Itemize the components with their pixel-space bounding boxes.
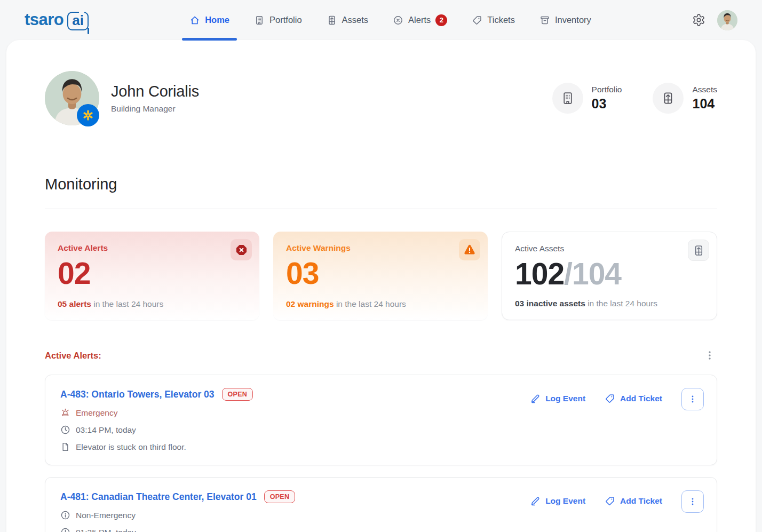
portfolio-icon	[254, 15, 265, 26]
brand-logo-text: tsaro	[25, 10, 64, 29]
profile-name: John Corialis	[111, 83, 199, 100]
summary-cards-row: Active Alerts 02 05 alerts in the last 2…	[45, 232, 717, 320]
nav-label: Tickets	[487, 15, 515, 25]
alert-kebab-menu-button[interactable]	[681, 388, 704, 410]
quick-stat-label: Portfolio	[592, 85, 622, 94]
alert-time-label: 03:14 PM, today	[76, 425, 136, 435]
alert-title-link[interactable]: A-483: Ontario Towers, Elevator 03	[60, 389, 215, 400]
brand-logo-ai-box: ai	[67, 12, 89, 30]
profile-role: Building Manager	[111, 104, 199, 114]
add-ticket-button[interactable]: Add Ticket	[605, 393, 662, 404]
nav-label: Inventory	[555, 15, 591, 25]
profile-header: John Corialis Building Manager	[45, 40, 717, 125]
profile-info: John Corialis Building Manager	[111, 83, 199, 114]
elevator-icon	[688, 240, 709, 261]
info-circle-icon	[60, 510, 70, 520]
active-alerts-section-head: Active Alerts:	[45, 348, 717, 363]
brand-logo-bracket	[67, 12, 89, 30]
document-icon	[60, 442, 70, 452]
alert-actions: Log Event Add Ticket	[530, 490, 704, 513]
settings-gear-icon[interactable]	[692, 13, 705, 27]
main-content-card: John Corialis Building Manager	[6, 40, 756, 532]
card-title: Active Assets	[515, 244, 704, 253]
user-avatar[interactable]	[717, 10, 737, 30]
log-event-button[interactable]: Log Event	[530, 393, 585, 404]
nav-item-alerts[interactable]: Alerts 2	[393, 14, 447, 26]
alerts-count-badge: 2	[435, 14, 447, 26]
nav-label: Portfolio	[269, 15, 302, 25]
alert-details: A-483: Ontario Towers, Elevator 03 OPEN …	[60, 388, 253, 452]
card-value: 02	[58, 258, 247, 289]
nav-item-inventory[interactable]: Inventory	[539, 14, 591, 26]
elevator-icon	[327, 15, 337, 26]
inventory-icon	[539, 15, 550, 26]
card-footer: 05 alerts in the last 24 hours	[58, 299, 163, 309]
brand-logo[interactable]: tsaro ai	[25, 10, 89, 30]
nav-item-assets[interactable]: Assets	[327, 14, 369, 26]
main-nav: Home Portfolio Assets	[89, 14, 692, 26]
top-navigation-bar: tsaro ai Home Portfolio	[0, 0, 762, 40]
home-icon	[189, 15, 200, 26]
alert-time: 01:35 PM, today	[60, 527, 295, 532]
alert-severity: Emergency	[60, 408, 253, 418]
alert-description: Elevator is stuck on third floor.	[60, 442, 253, 452]
alerts-icon	[393, 15, 403, 26]
octagon-x-icon	[231, 239, 252, 260]
quick-stat-value: 03	[592, 96, 622, 112]
alert-severity-label: Emergency	[76, 408, 117, 418]
alert-actions: Log Event Add Ticket	[530, 388, 704, 410]
section-kebab-menu-icon[interactable]	[702, 348, 717, 363]
section-divider	[45, 209, 717, 209]
ticket-tag-icon	[472, 15, 482, 26]
vertical-dots-icon	[688, 497, 697, 506]
card-footer: 03 inactive assets in the last 24 hours	[515, 299, 657, 308]
profile-avatar	[45, 71, 99, 125]
alert-card: A-483: Ontario Towers, Elevator 03 OPEN …	[45, 375, 717, 465]
quick-stats: Portfolio 03 Assets 104	[552, 83, 717, 114]
nav-item-home[interactable]: Home	[189, 14, 229, 26]
alert-description-label: Elevator is stuck on third floor.	[76, 442, 186, 452]
alert-time: 03:14 PM, today	[60, 425, 253, 435]
quick-stat-portfolio: Portfolio 03	[552, 83, 622, 114]
nav-label: Assets	[342, 15, 369, 25]
ticket-tag-icon	[605, 496, 615, 506]
building-icon	[552, 83, 583, 114]
nav-item-portfolio[interactable]: Portfolio	[254, 14, 302, 26]
log-event-button[interactable]: Log Event	[530, 496, 585, 506]
pencil-icon	[530, 496, 541, 506]
alert-card: A-481: Canadian Theatre Center, Elevator…	[45, 477, 717, 532]
card-value: 102/104	[515, 259, 704, 289]
quick-stat-label: Assets	[692, 85, 717, 94]
elevator-icon	[653, 83, 684, 114]
nav-item-tickets[interactable]: Tickets	[472, 14, 515, 26]
status-badge: OPEN	[264, 490, 296, 503]
warning-triangle-icon	[459, 239, 480, 260]
alert-title-row: A-483: Ontario Towers, Elevator 03 OPEN	[60, 388, 253, 401]
page-title: Monitoring	[45, 176, 717, 193]
card-title: Active Alerts	[58, 243, 247, 253]
ticket-tag-icon	[605, 393, 615, 404]
status-badge: OPEN	[222, 388, 253, 401]
alert-severity-label: Non-Emergency	[76, 511, 136, 520]
vertical-dots-icon	[688, 394, 697, 404]
active-warnings-card: Active Warnings 03 02 warnings in the la…	[273, 232, 488, 320]
alert-details: A-481: Canadian Theatre Center, Elevator…	[60, 490, 295, 532]
pencil-icon	[530, 393, 541, 404]
clock-icon	[60, 527, 70, 532]
alert-severity: Non-Emergency	[60, 510, 295, 520]
organization-spark-badge-icon	[77, 104, 99, 126]
add-ticket-button[interactable]: Add Ticket	[605, 496, 662, 506]
alert-title-link[interactable]: A-481: Canadian Theatre Center, Elevator…	[60, 491, 257, 503]
alert-kebab-menu-button[interactable]	[681, 490, 704, 513]
card-value: 03	[286, 258, 475, 289]
card-title: Active Warnings	[286, 243, 475, 253]
active-alerts-card: Active Alerts 02 05 alerts in the last 2…	[45, 232, 259, 320]
quick-stat-value: 104	[692, 96, 717, 112]
card-footer: 02 warnings in the last 24 hours	[286, 299, 406, 309]
active-assets-card: Active Assets 102/104 03 inactive assets…	[502, 232, 717, 320]
topbar-right	[692, 10, 737, 30]
quick-stat-assets: Assets 104	[653, 83, 717, 114]
nav-label: Home	[205, 15, 229, 25]
nav-label: Alerts	[408, 15, 431, 25]
clock-icon	[60, 425, 70, 435]
